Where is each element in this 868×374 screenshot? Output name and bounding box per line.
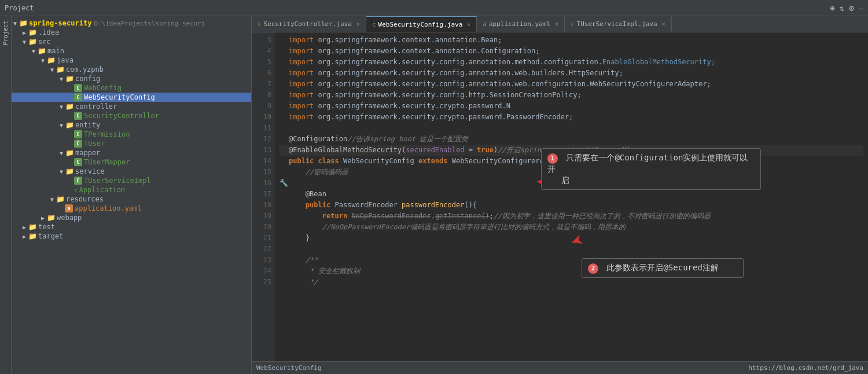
tree-arrow-service: ▼ — [58, 168, 65, 175]
tree-item-config[interactable]: ▼ 📁 config — [12, 74, 251, 83]
tree-arrow-test: ▶ — [21, 224, 28, 230]
tree-label-tu: TUser — [84, 140, 105, 148]
tab-websecurityconfig[interactable]: c WebSecurityConfig.java × — [366, 16, 477, 32]
code-line-6: import org.springframework.security.conf… — [279, 68, 863, 79]
left-panel-tabs: Project — [0, 16, 12, 374]
java-icon-tu: C — [74, 140, 82, 148]
tree-item-webapp[interactable]: ▶ 📁 webapp — [12, 213, 251, 222]
bolt-icon-app: ⚡ — [74, 186, 78, 194]
tab-label-tusi: TUserServiceImpl.java — [577, 20, 657, 28]
tooltip-2: 2 此参数表示开启@Secured注解 — [582, 258, 744, 278]
tab-close-sc[interactable]: × — [356, 21, 360, 27]
code-line-10: import org.springframework.security.cryp… — [279, 112, 863, 123]
tree-label-tusi: TUserServiceImpl — [84, 177, 151, 185]
tree-item-root[interactable]: ▼ 📁 spring-security D:\IdeaProjects\spri… — [12, 19, 251, 28]
tree-root-path: D:\IdeaProjects\spring-securi — [94, 20, 205, 27]
folder-icon-root: 📁 — [19, 19, 28, 27]
icon-add[interactable]: ⊕ — [830, 3, 834, 13]
tab-close-tusi[interactable]: × — [662, 21, 665, 27]
tab-close-wsc[interactable]: × — [467, 21, 470, 28]
line-numbers: 3 4 5 6 7 8 9 10 11 12 13 14 15 16 17 18… — [252, 32, 275, 361]
tab-close-yaml[interactable]: × — [555, 21, 558, 27]
tree-label-java: java — [57, 56, 73, 64]
tree-label-com: com.yzpnb — [66, 65, 104, 74]
tree-item-java[interactable]: ▼ 📁 java — [12, 56, 251, 65]
tree-item-resources[interactable]: ▼ 📁 resources — [12, 195, 251, 204]
tree-arrow-idea: ▶ — [21, 30, 28, 36]
tree-arrow-java: ▼ — [39, 57, 46, 64]
tree-item-application[interactable]: ▶ ⚡ Application — [12, 185, 251, 195]
tree-label-tum: TUserMapper — [84, 158, 130, 166]
editor-area: c SecurityController.java × c WebSecurit… — [252, 16, 868, 374]
folder-icon-mapper: 📁 — [65, 149, 74, 157]
tree-item-websecurityconfig[interactable]: ▶ C WebSecurityConfig — [12, 93, 251, 102]
tab-label-yaml: application.yaml — [489, 20, 550, 28]
code-line-23: /** — [279, 255, 863, 266]
tooltip-number-1: 1 — [547, 153, 558, 164]
tree-item-tpermission[interactable]: ▶ C TPermission — [12, 130, 251, 139]
tree-item-main[interactable]: ▼ 📁 main — [12, 46, 251, 56]
icon-settings[interactable]: ⚙ — [849, 3, 854, 13]
tree-label-sc: SecurityController — [84, 112, 159, 120]
tree-item-webconfig[interactable]: ▶ C WebConfig — [12, 83, 251, 93]
tree-item-entity[interactable]: ▼ 📁 entity — [12, 120, 251, 130]
tooltip-1: 1 只需要在一个@Configuration实例上使用就可以开 启 — [541, 148, 761, 190]
folder-icon-idea: 📁 — [28, 28, 37, 36]
code-line-9: import org.springframework.security.cryp… — [279, 101, 863, 112]
code-line-3: import org.springframework.context.annot… — [279, 35, 863, 46]
tree-item-src[interactable]: ▼ 📁 src — [12, 37, 251, 46]
tab-appyaml[interactable]: a application.yaml × — [477, 16, 565, 32]
code-line-25: */ — [279, 277, 863, 288]
tooltip-text-1: 只需要在一个@Configuration实例上使用就可以开 — [547, 153, 748, 174]
tree-arrow-config: ▼ — [58, 76, 65, 82]
java-icon-tp: C — [74, 130, 82, 138]
tooltip-text-1b: 启 — [561, 175, 755, 186]
tree-item-tusermapper[interactable]: ▶ C TUserMapper — [12, 157, 251, 167]
tree-label-app: Application — [79, 186, 125, 194]
tree-label-controller: controller — [75, 102, 117, 111]
tree-item-idea[interactable]: ▶ 📁 .idea — [12, 28, 251, 37]
tree-item-tuser[interactable]: ▶ C TUser — [12, 139, 251, 148]
icon-sync[interactable]: ⇅ — [840, 3, 844, 13]
tree-item-service[interactable]: ▼ 📁 service — [12, 167, 251, 176]
folder-icon-service: 📁 — [65, 167, 74, 175]
tree-item-test[interactable]: ▶ 📁 test — [12, 222, 251, 232]
code-area[interactable]: import org.springframework.context.annot… — [275, 32, 868, 361]
tab-icon-wsc: c — [372, 21, 376, 28]
java-icon-tum: C — [74, 158, 82, 166]
tree-item-controller[interactable]: ▼ 📁 controller — [12, 102, 251, 111]
code-line-11 — [279, 123, 863, 134]
yaml-icon-appyaml: a — [65, 204, 73, 212]
tree-arrow-entity: ▼ — [58, 122, 65, 129]
tree-item-securitycontroller[interactable]: ▶ C SecurityController — [12, 111, 251, 120]
tree-label-entity: entity — [75, 121, 100, 129]
tooltip-text-2: 此参数表示开启@Secured注解 — [606, 263, 718, 272]
tree-item-appyaml[interactable]: ▶ a application.yaml — [12, 204, 251, 213]
code-line-5: import org.springframework.security.conf… — [279, 57, 863, 68]
tab-securitycontroller[interactable]: c SecurityController.java × — [252, 16, 366, 32]
tree-item-tuserserviceimpl[interactable]: ▶ C TUserServiceImpl — [12, 176, 251, 185]
tree-item-mapper[interactable]: ▼ 📁 mapper — [12, 148, 251, 157]
tab-bar: c SecurityController.java × c WebSecurit… — [252, 16, 868, 32]
tree-item-target[interactable]: ▶ 📁 target — [12, 232, 251, 241]
tree-label-mapper: mapper — [75, 149, 100, 157]
tree-label-config: config — [75, 75, 100, 83]
tree-arrow-mapper: ▼ — [58, 150, 65, 156]
tree-label-webconfig: WebConfig — [84, 84, 122, 92]
code-line-19: return NoOpPasswordEncoder.getInstance()… — [279, 211, 863, 222]
tree-item-com-yzpnb[interactable]: ▼ 📁 com.yzpnb — [12, 65, 251, 74]
folder-icon-resources: 📁 — [56, 195, 65, 203]
code-line-7: import org.springframework.security.conf… — [279, 79, 863, 90]
status-right: https://blog.csdn.net/grd_java — [748, 364, 863, 372]
tab-icon-tusi: c — [571, 20, 575, 28]
tab-label-wsc: WebSecurityConfig.java — [378, 21, 463, 28]
project-vertical-tab[interactable]: Project — [1, 16, 10, 50]
tab-tuserserviceimpl[interactable]: c TUserServiceImpl.java × — [565, 16, 672, 32]
tree-arrow-com: ▼ — [49, 67, 56, 73]
icon-minimize[interactable]: — — [859, 3, 863, 13]
tree-label-service: service — [75, 167, 105, 175]
tree-label-resources: resources — [66, 195, 104, 203]
tree-arrow-target: ▶ — [21, 233, 28, 240]
folder-icon-java: 📁 — [46, 56, 56, 64]
folder-icon-com: 📁 — [56, 65, 65, 74]
